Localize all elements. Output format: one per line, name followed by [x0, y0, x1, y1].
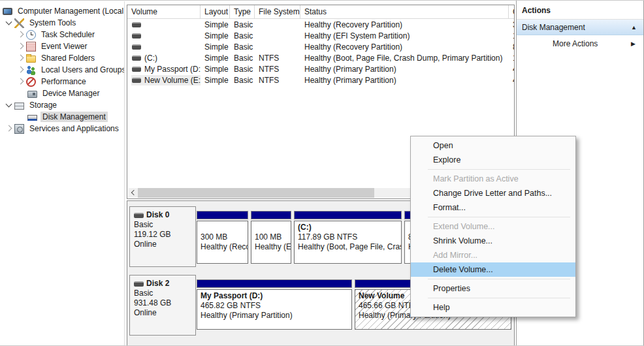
- context-menu-item: [428, 298, 570, 298]
- partition-body[interactable]: (C:) 117.89 GB NTFS Healthy (Boot, Page …: [294, 221, 402, 264]
- tree-item[interactable]: Event Viewer: [0, 40, 124, 52]
- volume-row[interactable]: New Volume (E:) Simple Basic NTFS Health…: [127, 74, 514, 86]
- volume-row[interactable]: (C:) Simple Basic NTFS Healthy (Boot, Pa…: [127, 52, 514, 63]
- disk-status: Online: [134, 308, 191, 318]
- volume-name: My Passport (D:): [144, 65, 201, 74]
- context-menu-item[interactable]: Delete Volume...: [411, 262, 575, 277]
- tree-item-label: Services and Applications: [27, 123, 121, 134]
- volume-type-cell: Basic: [230, 76, 255, 85]
- expand-chevron-icon[interactable]: [4, 18, 14, 28]
- expand-chevron-icon[interactable]: [16, 29, 26, 40]
- volume-icon: [132, 33, 141, 39]
- column-header[interactable]: Capacity: [509, 5, 515, 18]
- tree-item-icon: [26, 55, 36, 63]
- volume-layout-cell: Simple: [201, 54, 230, 63]
- tree-item[interactable]: Storage: [0, 99, 124, 111]
- partition-size: 465.82 GB NTFS: [201, 301, 348, 311]
- collapse-arrow-icon[interactable]: ▲: [631, 24, 637, 31]
- volume-name: (C:): [144, 54, 157, 63]
- scrollbar-thumb[interactable]: [138, 188, 374, 198]
- partition-cell[interactable]: 100 MB Healthy (EFI System Partition): [251, 211, 291, 264]
- volume-status-cell: Healthy (EFI System Partition): [300, 31, 509, 40]
- partition-size: 117.89 GB NTFS: [298, 232, 398, 242]
- expand-chevron-icon[interactable]: [4, 123, 14, 134]
- volume-name-cell: New Volume (E:): [127, 75, 201, 86]
- partition-body[interactable]: 100 MB Healthy (EFI System Partition): [251, 221, 291, 264]
- context-menu-item[interactable]: Format...: [411, 200, 575, 215]
- expand-chevron-icon[interactable]: [4, 100, 14, 110]
- tree-item[interactable]: System Tools: [0, 17, 124, 29]
- actions-group-disk-management[interactable]: Disk Management ▲: [517, 20, 643, 35]
- partition-cell[interactable]: 300 MB Healthy (Recovery Partition): [197, 211, 248, 264]
- expand-chevron-icon[interactable]: [16, 41, 26, 52]
- context-menu-item[interactable]: Change Drive Letter and Paths...: [411, 186, 575, 200]
- partition-status: Healthy (Recovery Partition): [201, 242, 244, 252]
- volume-capacity-cell: 465.66 GB: [509, 76, 515, 85]
- volume-capacity-cell: 117.89 GB: [509, 54, 515, 63]
- tree-item-icon: [27, 91, 37, 98]
- context-menu-item[interactable]: Shrink Volume...: [411, 234, 575, 248]
- tree-item[interactable]: Computer Management (Local: [0, 5, 124, 17]
- volume-status-cell: Healthy (Recovery Partition): [300, 20, 509, 29]
- disk-name: Disk 2: [146, 279, 169, 289]
- disk-name: Disk 0: [146, 210, 169, 220]
- disk0-label-box[interactable]: Disk 0 Basic 119.12 GB Online: [129, 206, 196, 267]
- volume-layout-cell: Simple: [201, 42, 230, 52]
- context-menu-item[interactable]: Help: [411, 300, 575, 315]
- expand-chevron-icon[interactable]: [16, 65, 26, 75]
- column-header[interactable]: Volume: [127, 5, 201, 18]
- partition-color-bar: [197, 279, 352, 288]
- tree-item[interactable]: Local Users and Groups: [0, 64, 124, 76]
- volume-row[interactable]: Simple Basic Healthy (Recovery Partition…: [127, 19, 514, 30]
- volume-name-cell: [127, 44, 201, 50]
- volume-row[interactable]: Simple Basic Healthy (Recovery Partition…: [127, 41, 514, 52]
- context-menu-item: [428, 217, 570, 217]
- volume-name-cell: [127, 22, 201, 28]
- volume-icon: [132, 22, 141, 27]
- tree-item[interactable]: Disk Management: [0, 111, 124, 123]
- volume-row[interactable]: My Passport (D:) Simple Basic NTFS Healt…: [127, 63, 514, 74]
- volume-layout-cell: Simple: [201, 20, 230, 29]
- expand-chevron-icon[interactable]: [16, 76, 26, 87]
- tree-item-icon: [14, 18, 24, 28]
- column-header[interactable]: Type: [230, 5, 255, 18]
- tree-item-icon: [26, 77, 36, 87]
- disk0-title: Disk 0: [134, 210, 191, 220]
- context-menu-item[interactable]: Open: [411, 138, 575, 153]
- tree-item-label: Local Users and Groups: [39, 65, 125, 75]
- partition-body[interactable]: My Passport (D:) 465.82 GB NTFS Healthy …: [197, 289, 352, 330]
- disk2-title: Disk 2: [134, 279, 191, 289]
- column-header[interactable]: File System: [255, 5, 300, 18]
- disk-icon: [134, 213, 144, 218]
- volume-type-cell: Basic: [230, 54, 255, 63]
- partition-label: [201, 223, 244, 232]
- context-menu-item[interactable]: Properties: [411, 281, 575, 296]
- expand-chevron-icon[interactable]: [16, 53, 26, 63]
- volume-icon: [132, 55, 141, 61]
- volume-layout-cell: Simple: [201, 65, 230, 74]
- tree-item-label: Shared Folders: [39, 53, 97, 63]
- scroll-left-button[interactable]: [128, 188, 138, 198]
- volume-list-header: VolumeLayoutTypeFile SystemStatusCapacit…: [127, 5, 514, 19]
- partition-label: (C:): [298, 223, 398, 232]
- tree-item[interactable]: Device Manager: [0, 87, 124, 99]
- tree-item[interactable]: Task Scheduler: [0, 29, 124, 40]
- disk2-label-box[interactable]: Disk 2 Basic 931.48 GB Online: [129, 275, 196, 336]
- partition-body[interactable]: 300 MB Healthy (Recovery Partition): [197, 221, 248, 264]
- partition-cell[interactable]: My Passport (D:) 465.82 GB NTFS Healthy …: [197, 279, 352, 330]
- tree-item[interactable]: Shared Folders: [0, 52, 124, 64]
- volume-row[interactable]: Simple Basic Healthy (EFI System Partiti…: [127, 30, 514, 41]
- tree-item[interactable]: Services and Applications: [0, 123, 124, 134]
- disk-type: Basic: [134, 220, 191, 230]
- volume-type-cell: Basic: [230, 20, 255, 29]
- column-header[interactable]: Status: [300, 5, 509, 18]
- context-menu-item: [428, 279, 570, 279]
- context-menu-item[interactable]: Explore: [411, 153, 575, 167]
- more-actions-item[interactable]: More Actions ▶: [517, 35, 643, 52]
- volume-name: New Volume (E:): [144, 76, 201, 85]
- partition-cell[interactable]: (C:) 117.89 GB NTFS Healthy (Boot, Page …: [294, 211, 402, 264]
- volume-layout-cell: Simple: [201, 76, 230, 85]
- column-header[interactable]: Layout: [201, 5, 230, 18]
- volume-status-cell: Healthy (Primary Partition): [300, 65, 509, 74]
- tree-item[interactable]: Performance: [0, 76, 124, 87]
